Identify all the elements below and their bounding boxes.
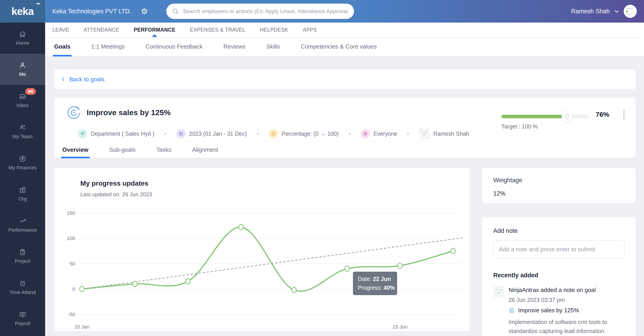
module-nav: LEAVE ATTENDANCE PERFORMANCE EXPENSES & … [45, 23, 644, 37]
chart-title: My progress updates [80, 180, 148, 187]
goal-summary-card: Improve sales by 125% Department ( Sales… [54, 97, 636, 158]
drag-dots-icon [565, 113, 570, 120]
sidebar-item-inbox[interactable]: 86 Inbox [0, 85, 45, 116]
tab-sub-goals[interactable]: Sub-goals [109, 142, 136, 158]
sidebar-item-label: Project [15, 258, 30, 264]
svg-text:150: 150 [67, 210, 75, 216]
global-search[interactable] [166, 4, 354, 19]
subtab-continuous-feedback[interactable]: Continuous Feedback [146, 37, 203, 57]
tab-tasks[interactable]: Tasks [156, 142, 171, 158]
team-icon [19, 124, 26, 131]
inbox-icon [19, 93, 26, 100]
tab-alignment[interactable]: Alignment [192, 142, 218, 158]
goal-meta-owner-label: Ramesh Shah [433, 131, 469, 137]
user-menu[interactable]: Ramesh Shah [571, 0, 637, 23]
tab-overview[interactable]: Overview [62, 142, 88, 158]
target-label: Target : 100 % [502, 123, 628, 130]
recent-note-goal-link[interactable]: Improve sales by 125% [518, 307, 579, 314]
owner-avatar [419, 128, 430, 139]
recent-note-title: NinjaAntrax added a note on goal [508, 286, 630, 293]
progress-chart-card: My progress updates Last updated on: 26 … [54, 168, 470, 331]
search-input[interactable] [182, 8, 348, 15]
back-to-goals-label: Back to goals [69, 76, 104, 83]
goal-target-icon [67, 105, 81, 119]
goal-progress-block: 76% Target : 100 % [502, 111, 628, 130]
inbox-badge: 86 [25, 88, 36, 95]
goal-options-icon[interactable] [622, 109, 626, 122]
progress-chart[interactable]: 150100500-5020 Jan23 Jun [54, 204, 470, 332]
meta-separator-dot [164, 133, 166, 135]
sidebar-item-org[interactable]: Org [0, 178, 45, 210]
user-name: Ramesh Shah [571, 8, 610, 15]
keka-logo[interactable]: keka⁗ [0, 0, 45, 23]
svg-text:23 Jun: 23 Jun [393, 324, 408, 330]
alarm-clock-icon [19, 279, 26, 287]
meta-separator-dot [407, 133, 409, 135]
sidebar-item-performance[interactable]: Performance [0, 210, 45, 241]
person-icon [19, 61, 26, 69]
nav-tab-apps[interactable]: APPS [302, 23, 317, 37]
user-avatar[interactable] [624, 5, 637, 18]
recently-added-title: Recently added [493, 272, 624, 279]
subtab-goals[interactable]: Goals [54, 37, 70, 57]
goal-meta-metric-label: Percentage: (0 → 100) [282, 131, 339, 137]
sidebar-item-label: Inbox [16, 103, 29, 108]
progress-drag-handle[interactable] [562, 111, 573, 122]
nav-tab-expenses-travel[interactable]: EXPENSES & TRAVEL [190, 23, 245, 37]
recent-note-timestamp: 26 Jun 2023 03:37 pm [508, 297, 630, 303]
sidebar-item-label: My Finances [8, 165, 37, 171]
goal-target-icon [508, 307, 515, 314]
subtab-skills[interactable]: Skills [266, 37, 280, 57]
goal-meta-visibility-label: Everyone [374, 131, 397, 137]
subtab-reviews[interactable]: Reviews [224, 37, 246, 57]
sidebar-item-label: Home [16, 40, 29, 46]
add-note-input[interactable] [493, 240, 624, 258]
note-author-avatar [493, 286, 504, 297]
subtab-competencies[interactable]: Competencies & Core values [301, 37, 377, 57]
back-card: Back to goals [54, 69, 636, 89]
sidebar-item-my-team[interactable]: My Team [0, 116, 45, 147]
chevron-left-icon [61, 77, 66, 82]
sidebar-item-home[interactable]: Home [0, 23, 45, 54]
performance-subnav: Goals 1:1 Meetings Continuous Feedback R… [45, 37, 644, 57]
goal-detail-tabs: Overview Sub-goals Tasks Alignment [54, 141, 636, 158]
weightage-card: Weightage 12% [482, 168, 636, 204]
payroll-icon [19, 311, 26, 318]
gear-icon[interactable]: ⚙ [140, 7, 149, 16]
sidebar-item-label: Time Attend [10, 289, 36, 295]
back-to-goals-link[interactable]: Back to goals [61, 76, 104, 83]
home-icon [19, 30, 26, 38]
subtab-1-1-meetings[interactable]: 1:1 Meetings [91, 37, 125, 57]
nav-tab-attendance[interactable]: ATTENDANCE [84, 23, 119, 37]
svg-text:-50: -50 [68, 312, 75, 317]
eye-icon [363, 131, 368, 136]
weightage-title: Weightage [493, 177, 624, 184]
svg-text:100: 100 [67, 235, 75, 241]
sidebar-item-me[interactable]: Me [0, 54, 45, 85]
nav-tab-performance[interactable]: PERFORMANCE [134, 23, 176, 37]
sidebar-item-my-finances[interactable]: My Finances [0, 147, 45, 178]
logo-spark-icon: ⁗ [35, 2, 40, 10]
nav-tab-leave[interactable]: LEAVE [52, 23, 69, 37]
sidebar-item-payroll[interactable]: Payroll [0, 303, 45, 334]
search-icon [172, 8, 179, 15]
goal-meta-period-label: 2023 (01 Jan - 31 Dec) [189, 131, 247, 137]
goal-meta-department: Department ( Sales Hyd ) [78, 129, 154, 138]
metric-icon [271, 131, 276, 136]
calendar-icon [178, 131, 184, 136]
sidebar-item-label: Performance [8, 227, 37, 233]
building-icon [19, 186, 26, 194]
recent-note-item: NinjaAntrax added a note on goal 26 Jun … [493, 286, 624, 336]
notes-card: Add note Recently added NinjaAntrax adde… [482, 217, 636, 336]
goal-meta-row: Department ( Sales Hyd ) 2023 (01 Jan - … [78, 128, 469, 139]
nav-tab-helpdesk[interactable]: HELPDESK [260, 23, 288, 37]
weightage-value: 12% [493, 190, 624, 197]
goal-meta-metric: Percentage: (0 → 100) [269, 129, 339, 138]
rupee-icon [19, 155, 26, 163]
sidebar: Home Me 86 Inbox My Team My Finances Org… [0, 23, 45, 336]
sidebar-item-project[interactable]: Project [0, 241, 45, 272]
trend-icon [19, 217, 26, 225]
goal-title: Improve sales by 125% [87, 108, 170, 117]
sidebar-item-time-attend[interactable]: Time Attend [0, 272, 45, 303]
meta-separator-dot [349, 133, 351, 135]
